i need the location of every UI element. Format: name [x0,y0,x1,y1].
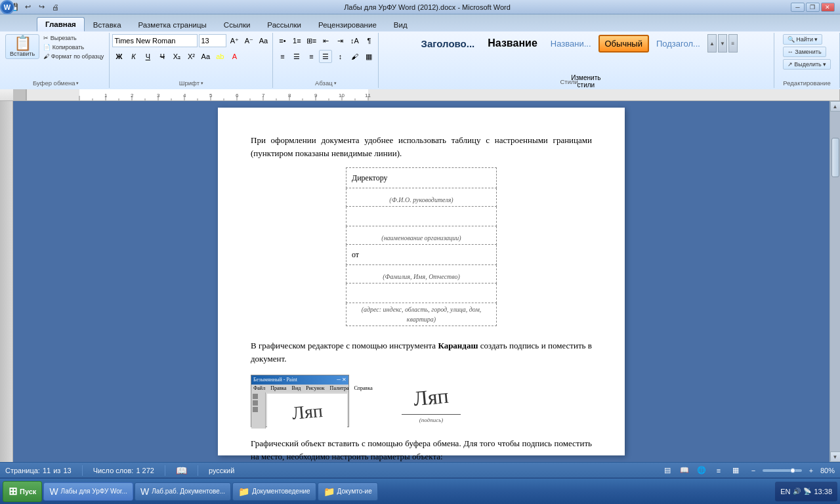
paint-close[interactable]: ✕ [342,376,346,384]
subscript-button[interactable]: X₂ [170,50,183,63]
align-center-button[interactable]: ☰ [290,50,303,63]
scroll-down-button[interactable]: ▼ [830,452,841,462]
view-reading-button[interactable]: 📖 [679,465,690,476]
titlebar: W 💾 ↩ ↪ 🖨 Лабы для УрФУ Word (2012).docx… [0,0,840,14]
paint-tool [253,407,258,412]
undo-qat-button[interactable]: ↩ [22,1,33,13]
increase-indent-button[interactable]: ⇥ [333,34,346,47]
font-name-input[interactable] [112,34,198,47]
clipboard-expand-icon[interactable]: ▾ [76,81,79,86]
table-cell-name-label: (Фамилия, Имя, Отчество) [346,265,497,284]
font-color-button[interactable]: A [228,50,241,63]
tab-page-layout[interactable]: Разметка страницы [130,17,215,32]
copy-button[interactable]: 📄 Копировать [41,43,106,51]
tab-insert[interactable]: Вставка [85,17,130,32]
tab-home[interactable]: Главная [37,17,85,32]
find-button[interactable]: 🔍 Найти ▾ [783,34,823,45]
view-outline-button[interactable]: ≡ [713,465,724,476]
style-subtitle[interactable]: Названи... [545,35,597,52]
table-cell-empty1 [346,207,497,226]
tab-mailings[interactable]: Рассылки [259,17,310,32]
font-group: A⁺ A⁻ Aa Ж К Ч Ч X₂ X² Аа ab A Шрифт ▾ [110,33,273,88]
redo-qat-button[interactable]: ↪ [35,1,47,13]
font-size-input[interactable] [199,34,226,47]
svg-text:2: 2 [131,93,134,98]
align-right-button[interactable]: ≡ [304,50,318,63]
replace-button[interactable]: ↔ Заменить [783,47,826,57]
borders-button[interactable]: ▦ [362,50,375,63]
tab-review[interactable]: Рецензирование [310,17,385,32]
shrink-font-button[interactable]: A⁻ [242,34,255,47]
show-formatting-button[interactable]: ¶ [362,34,375,47]
format-painter-button[interactable]: 🖌 Формат по образцу [41,52,106,60]
styles-more[interactable]: ≡ [728,34,738,52]
style-subheading[interactable]: Подзагол... [650,35,706,52]
bold-button[interactable]: Ж [112,50,125,63]
svg-text:8: 8 [288,93,291,98]
shading-button[interactable]: 🖌 [348,50,361,63]
zoom-in-button[interactable]: + [805,464,818,477]
style-title[interactable]: Название [482,34,543,52]
spell-check-status: 📖 [176,465,187,476]
scroll-thumb[interactable] [831,138,839,177]
align-justify-button[interactable]: ☰ [319,50,332,63]
scroll-up-button[interactable]: ▲ [830,101,841,112]
italic-button[interactable]: К [127,50,140,63]
scroll-track[interactable] [830,112,840,452]
taskbar-app-1[interactable]: W Лабы для УрФУ Wor... [43,482,133,501]
tab-references[interactable]: Ссылки [215,17,259,32]
taskbar-app-2[interactable]: W Лаб.раб. Документове... [135,482,231,501]
zoom-out-button[interactable]: − [747,464,760,477]
paste-button[interactable]: 📋 Вставить [5,34,39,59]
text-case-button[interactable]: Аа [199,50,212,63]
page-scroll-area[interactable]: При оформлении документа удобнее использ… [13,101,830,462]
paint-min[interactable]: ─ [337,376,341,384]
view-normal-button[interactable]: ▤ [662,465,673,476]
decrease-indent-button[interactable]: ⇤ [319,34,332,47]
styles-scroll-up[interactable]: ▲ [707,34,717,52]
strikethrough-button[interactable]: Ч [156,50,169,63]
zoom-slider[interactable] [763,469,802,472]
grow-font-button[interactable]: A⁺ [228,34,241,47]
ruler-marks: 1 2 3 4 5 6 7 8 9 10 11 [27,89,839,100]
view-web-button[interactable]: 🌐 [696,465,707,476]
cut-button[interactable]: ✂ Вырезать [41,34,106,42]
tab-view[interactable]: Вид [385,17,416,32]
change-styles-button[interactable]: Изменить стили [579,76,593,87]
taskbar-app-3[interactable]: 📁 Документоведение [232,482,316,501]
style-heading1[interactable]: Заголово... [415,35,481,52]
close-button[interactable]: ✕ [821,3,835,12]
clear-format-button[interactable]: Aa [257,34,270,47]
ruler: 1 2 3 4 5 6 7 8 9 10 11 [0,89,840,101]
start-button[interactable]: ⊞ Пуск [3,481,42,502]
para-expand-icon[interactable]: ▾ [334,81,337,86]
right-scrollbar: ▲ ▼ [830,101,840,462]
select-button[interactable]: ↗ Выделить ▾ [783,59,831,70]
style-normal[interactable]: Обычный [598,35,649,52]
superscript-button[interactable]: X² [184,50,198,63]
clipboard-group-content: 📋 Вставить ✂ Вырезать 📄 Копировать 🖌 Фор… [5,34,106,78]
styles-gallery-content: Заголово... Название Названи... Обычный … [415,34,738,75]
titlebar-controls: ─ ❐ ✕ [791,3,835,12]
minimize-button[interactable]: ─ [791,3,805,12]
view-draft-button[interactable]: ▦ [730,465,742,476]
sort-button[interactable]: ↕A [348,34,361,47]
clipboard-small-buttons: ✂ Вырезать 📄 Копировать 🖌 Формат по обра… [41,34,106,60]
font-expand-icon[interactable]: ▾ [201,81,203,86]
styles-scroll-down[interactable]: ▼ [718,34,727,52]
align-left-button[interactable]: ≡ [276,50,289,63]
multilevel-list-button[interactable]: ⊞≡ [304,34,318,47]
line-spacing-button[interactable]: ↕ [333,50,346,63]
print-preview-qat-button[interactable]: 🖨 [49,1,61,13]
underline-button[interactable]: Ч [141,50,154,63]
document-table: Директору (Ф.И.О. руководителя) (наимено… [346,167,497,326]
taskbar-app-4[interactable]: 📁 Докумто-ие [318,482,378,501]
ruler-corner [13,89,26,100]
font-label: Шрифт ▾ [179,79,203,87]
text-highlight-button[interactable]: ab [213,50,226,63]
restore-button[interactable]: ❐ [806,3,820,12]
numbering-button[interactable]: 1≡ [290,34,303,47]
paragraph-label: Абзац ▾ [315,79,337,87]
office-button[interactable]: W [0,0,14,14]
bullets-button[interactable]: ≡• [276,34,289,47]
